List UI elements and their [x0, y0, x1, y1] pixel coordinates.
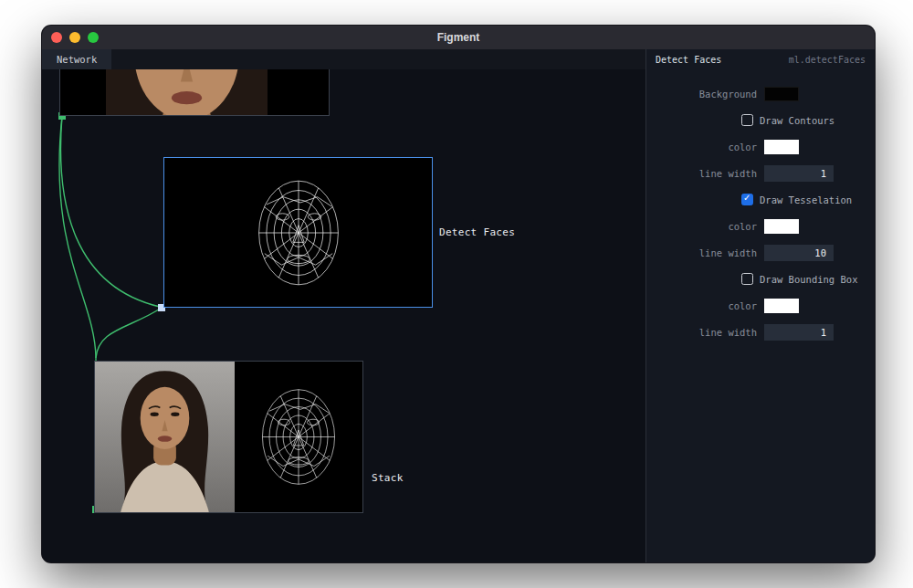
stack-mesh [235, 362, 362, 512]
zoom-button[interactable] [88, 32, 99, 43]
bounding-box-line-width-field[interactable]: 1 [764, 324, 834, 341]
app-window: Figment Network Detect Faces ml.detectFa… [42, 26, 875, 562]
tesselation-color-label: color [646, 221, 757, 232]
tab-bar: Network Detect Faces ml.detectFaces [42, 49, 875, 69]
contours-color-swatch[interactable] [764, 140, 799, 154]
node-canvas[interactable]: Detect Faces Stack [42, 69, 645, 562]
stack-photo [95, 362, 235, 512]
row-contours-line-width: line width 1 [646, 160, 875, 186]
face-mesh-preview [249, 176, 348, 289]
window-title: Figment [42, 31, 875, 44]
node-stack[interactable] [94, 361, 363, 513]
bounding-box-color-label: color [646, 300, 757, 311]
row-draw-bounding-box: Draw Bounding Box [646, 266, 875, 292]
inspector-header: Detect Faces ml.detectFaces [645, 49, 875, 69]
background-label: Background [646, 89, 757, 100]
source-thumbnail [106, 69, 268, 115]
tab-network-label: Network [57, 54, 97, 65]
inspector-panel: Background Draw Contours color line widt… [645, 69, 875, 562]
window-body: Detect Faces Stack Background [42, 69, 875, 562]
row-contours-color: color [646, 133, 875, 160]
tesselation-line-width-field[interactable]: 10 [764, 245, 834, 261]
tab-network[interactable]: Network [42, 49, 111, 69]
contours-line-width-label: line width [646, 168, 757, 179]
face-mesh-preview-small [254, 385, 343, 488]
bounding-box-color-swatch[interactable] [764, 299, 799, 313]
row-bounding-box-color: color [646, 292, 875, 319]
minimize-button[interactable] [69, 32, 80, 43]
node-detect-faces[interactable] [163, 157, 433, 308]
draw-contours-label: Draw Contours [760, 115, 834, 126]
tesselation-color-swatch[interactable] [764, 219, 799, 234]
bounding-box-line-width-label: line width [646, 327, 757, 338]
page: Figment Network Detect Faces ml.detectFa… [0, 0, 913, 588]
wire-source-detect [60, 116, 160, 307]
titlebar[interactable]: Figment [42, 26, 875, 49]
close-button[interactable] [51, 32, 62, 43]
inspector-node-type: ml.detectFaces [789, 55, 866, 65]
wire-source-stack [59, 116, 96, 509]
node-label-stack: Stack [372, 472, 404, 484]
row-tesselation-line-width: line width 10 [646, 239, 875, 266]
draw-tesselation-label: Draw Tesselation [760, 194, 852, 205]
contours-color-label: color [646, 142, 757, 152]
draw-bounding-box-label: Draw Bounding Box [760, 274, 857, 285]
contours-line-width-field[interactable]: 1 [764, 165, 834, 182]
draw-tesselation-checkbox[interactable] [741, 194, 753, 205]
background-color-swatch[interactable] [764, 87, 799, 101]
row-background: Background [646, 80, 875, 107]
inspector-title: Detect Faces [656, 55, 721, 65]
traffic-lights [51, 26, 99, 49]
wire-detect-stack [96, 308, 162, 358]
node-label-detect-faces: Detect Faces [439, 226, 515, 238]
row-draw-tesselation: Draw Tesselation [646, 186, 875, 213]
node-image-source[interactable] [59, 69, 330, 116]
row-tesselation-color: color [646, 213, 875, 239]
row-bounding-box-line-width: line width 1 [646, 319, 875, 345]
row-draw-contours: Draw Contours [646, 107, 875, 133]
draw-bounding-box-checkbox[interactable] [741, 273, 753, 285]
portrait-image [95, 362, 235, 512]
tesselation-line-width-label: line width [646, 247, 757, 258]
draw-contours-checkbox[interactable] [741, 114, 753, 126]
portrait-crop-image [106, 69, 268, 115]
